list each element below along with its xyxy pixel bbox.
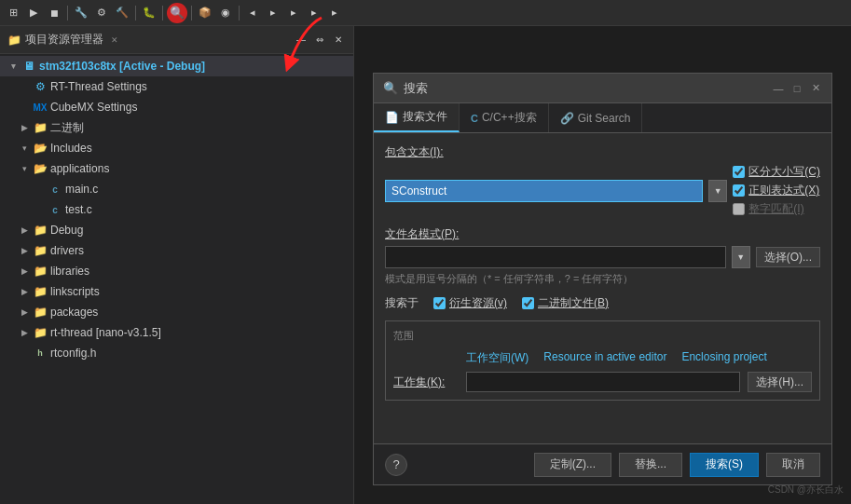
- tree-label-binary: 二进制: [50, 120, 84, 136]
- toolbar-btn-2[interactable]: ▶: [24, 4, 43, 22]
- expand-rt-thread2: ▶: [19, 327, 30, 338]
- rt-thread2-folder-icon: 📁: [33, 325, 48, 340]
- rtconfig-icon: h: [33, 346, 48, 361]
- toolbar-btn-12[interactable]: ▸: [284, 4, 303, 22]
- regex-option[interactable]: 正则表达式(X): [733, 183, 820, 198]
- search-btn[interactable]: 搜索(S): [690, 453, 759, 477]
- whole-word-checkbox[interactable]: [733, 203, 745, 215]
- active-editor-link[interactable]: Resource in active editor: [543, 350, 666, 366]
- regex-checkbox[interactable]: [733, 184, 745, 197]
- workset-label-text: 工作集(K):: [393, 375, 445, 388]
- workset-input[interactable]: [466, 372, 740, 392]
- binary-option[interactable]: 二进制文件(B): [522, 295, 609, 311]
- toolbar-btn-14[interactable]: ▸: [325, 4, 344, 22]
- case-sensitive-option[interactable]: 区分大小写(C): [733, 164, 820, 180]
- case-sensitive-checkbox[interactable]: [733, 166, 745, 178]
- packages-folder-icon: 📁: [33, 305, 48, 320]
- whole-word-option[interactable]: 整字匹配(I): [733, 201, 820, 217]
- tree-item-drivers[interactable]: ▶ 📁 drivers: [0, 240, 353, 261]
- tree-item-binary[interactable]: ▶ 📁 二进制: [0, 117, 353, 138]
- derived-option[interactable]: 衍生资源(v): [433, 295, 507, 311]
- derived-label: 衍生资源(v): [449, 295, 507, 311]
- panel-minimize-btn[interactable]: —: [294, 33, 309, 48]
- tab-cpp-search[interactable]: C C/C++搜索: [460, 103, 549, 132]
- toolbar-btn-9[interactable]: ◉: [216, 4, 235, 22]
- tree-item-cubemx[interactable]: MX CubeMX Settings: [0, 97, 353, 117]
- tree-label-libraries: libraries: [50, 265, 89, 278]
- toolbar-btn-3[interactable]: ⏹: [45, 4, 63, 22]
- choose-scope-btn[interactable]: 选择(H)...: [748, 372, 812, 392]
- choose-file-btn[interactable]: 选择(O)...: [756, 247, 820, 267]
- toolbar-btn-5[interactable]: ⚙: [92, 4, 111, 22]
- workspace-link[interactable]: 工作空间(W): [466, 350, 528, 366]
- dialog-titlebar: 🔍 搜索 — □ ✕: [374, 74, 831, 103]
- cancel-btn[interactable]: 取消: [766, 453, 820, 477]
- expand-linkscripts: ▶: [19, 286, 30, 297]
- panel-actions: — ⇔ ✕: [294, 33, 346, 48]
- linkscripts-folder-icon: 📁: [33, 284, 48, 299]
- panel-close-x: ✕: [111, 35, 118, 45]
- tab-file-search[interactable]: 📄 搜索文件: [374, 103, 460, 132]
- panel-close-btn[interactable]: ✕: [331, 33, 346, 48]
- derived-checkbox[interactable]: [433, 297, 446, 309]
- toolbar-sep-1: [67, 6, 68, 20]
- tree-item-includes[interactable]: ▾ 📂 Includes: [0, 138, 353, 158]
- enclosing-link[interactable]: Enclosing project: [681, 350, 766, 366]
- help-btn[interactable]: ?: [385, 454, 407, 476]
- filename-input[interactable]: [385, 246, 726, 268]
- tree-label-debug: Debug: [50, 224, 83, 237]
- expand-includes: ▾: [19, 143, 30, 154]
- libraries-folder-icon: 📁: [33, 264, 48, 279]
- contains-text-input[interactable]: [385, 180, 703, 202]
- project-explorer-panel: 📁 项目资源管理器 ✕ — ⇔ ✕ ▾ 🖥 stm32f103c8tx [Act…: [0, 26, 354, 504]
- dialog-title: 🔍 搜索: [383, 80, 428, 97]
- tree-label-drivers: drivers: [50, 244, 84, 257]
- search-toolbar-btn[interactable]: 🔍: [167, 3, 187, 23]
- test-c-icon: c: [48, 202, 62, 217]
- includes-folder-icon: 📂: [33, 141, 48, 156]
- tree-item-packages[interactable]: ▶ 📁 packages: [0, 302, 353, 322]
- tree-item-debug[interactable]: ▶ 📁 Debug: [0, 220, 353, 240]
- workset-row: 工作集(K): 选择(H)...: [393, 372, 812, 392]
- tree-item-linkscripts[interactable]: ▶ 📁 linkscripts: [0, 281, 353, 302]
- dialog-minimize-btn[interactable]: —: [772, 82, 785, 95]
- filename-dropdown-btn[interactable]: ▼: [732, 246, 750, 268]
- binary-checkbox[interactable]: [522, 297, 534, 309]
- customize-btn[interactable]: 定制(Z)...: [534, 453, 611, 477]
- toolbar-btn-4[interactable]: 🔧: [72, 4, 90, 22]
- replace-btn[interactable]: 替换...: [619, 453, 682, 477]
- toolbar-btn-1[interactable]: ⊞: [4, 4, 22, 22]
- dialog-close-btn[interactable]: ✕: [809, 82, 822, 95]
- tree-label-rtconfig: rtconfig.h: [50, 347, 96, 360]
- toolbar-btn-8[interactable]: 📦: [196, 4, 214, 22]
- contains-dropdown-btn[interactable]: ▼: [708, 180, 727, 202]
- toolbar-btn-7[interactable]: 🐛: [140, 4, 158, 22]
- expand-debug: ▶: [19, 225, 30, 236]
- toolbar-btn-6[interactable]: 🔨: [113, 4, 131, 22]
- panel-maximize-btn[interactable]: ⇔: [312, 33, 327, 48]
- tree-item-main-c[interactable]: c main.c: [0, 179, 353, 199]
- tree-item-root[interactable]: ▾ 🖥 stm32f103c8tx [Active - Debug]: [0, 56, 353, 76]
- toolbar-btn-11[interactable]: ▸: [264, 4, 282, 22]
- tree-item-test-c[interactable]: c test.c: [0, 199, 353, 220]
- dialog-overlay: 🔍 搜索 — □ ✕ 📄 搜索文件 C C/C++搜索: [354, 26, 851, 504]
- tab-git-search[interactable]: 🔗 Git Search: [549, 103, 643, 132]
- tree-label-linkscripts: linkscripts: [50, 285, 100, 298]
- tree-item-rtconfig[interactable]: h rtconfig.h: [0, 343, 353, 363]
- toolbar-btn-10[interactable]: ◂: [243, 4, 262, 22]
- dialog-restore-btn[interactable]: □: [790, 82, 803, 95]
- folder-icon: 📁: [7, 34, 21, 47]
- toolbar: ⊞ ▶ ⏹ 🔧 ⚙ 🔨 🐛 🔍 📦 ◉ ◂ ▸ ▸ ▸ ▸: [0, 0, 851, 26]
- contains-text-row: 包含文本(I): ▼ 区分大小写(C) 正则表达式(X): [385, 144, 820, 217]
- tree-item-rt-thread2[interactable]: ▶ 📁 rt-thread [nano-v3.1.5]: [0, 322, 353, 343]
- case-sensitive-label: 区分大小写(C): [748, 164, 820, 180]
- tree-label-rt-thread2: rt-thread [nano-v3.1.5]: [50, 326, 161, 339]
- filename-label: 文件名模式(P):: [385, 226, 820, 242]
- tab-git-label: Git Search: [578, 112, 631, 125]
- panel-title-text: 项目资源管理器: [25, 32, 103, 48]
- tree-item-rt-thread[interactable]: ⚙ RT-Thread Settings: [0, 76, 353, 97]
- tree-item-libraries[interactable]: ▶ 📁 libraries: [0, 261, 353, 281]
- filename-input-row: ▼ 选择(O)...: [385, 246, 820, 268]
- tree-item-applications[interactable]: ▾ 📂 applications: [0, 158, 353, 179]
- toolbar-btn-13[interactable]: ▸: [305, 4, 323, 22]
